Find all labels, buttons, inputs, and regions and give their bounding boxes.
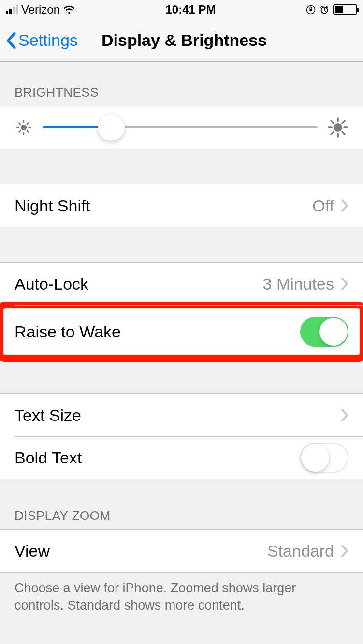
- svg-point-3: [21, 125, 27, 130]
- chevron-left-icon: [6, 32, 16, 49]
- svg-line-20: [342, 121, 345, 123]
- display-zoom-footer: Choose a view for iPhone. Zoomed shows l…: [0, 573, 363, 620]
- section-header-brightness: BRIGHTNESS: [0, 62, 363, 106]
- svg-rect-1: [310, 9, 312, 11]
- brightness-high-icon: [327, 117, 348, 138]
- group-text: Text Size Bold Text: [0, 393, 363, 479]
- section-header-display-zoom: DISPLAY ZOOM: [0, 479, 363, 529]
- svg-line-11: [27, 123, 29, 125]
- rotation-lock-icon: [306, 5, 316, 14]
- signal-strength-icon: [6, 5, 18, 14]
- wifi-icon: [63, 5, 75, 14]
- brightness-slider-thumb[interactable]: [98, 114, 125, 141]
- back-label: Settings: [18, 31, 78, 50]
- row-auto-lock[interactable]: Auto-Lock 3 Minutes: [0, 263, 363, 305]
- brightness-slider-row: [0, 106, 363, 149]
- carrier-label: Verizon: [21, 3, 60, 16]
- group-night-shift: Night Shift Off: [0, 184, 363, 227]
- status-right: [306, 4, 357, 15]
- bold-text-toggle[interactable]: [300, 443, 348, 473]
- brightness-slider[interactable]: [43, 126, 318, 128]
- alarm-icon: [319, 5, 329, 14]
- view-value: Standard: [267, 542, 334, 560]
- status-bar: Verizon 10:41 PM: [0, 0, 363, 19]
- nav-bar: Settings Display & Brightness: [0, 19, 363, 62]
- auto-lock-label: Auto-Lock: [15, 275, 263, 294]
- row-text-size[interactable]: Text Size: [0, 394, 363, 436]
- text-size-label: Text Size: [15, 406, 341, 425]
- bold-text-label: Bold Text: [15, 448, 300, 467]
- chevron-right-icon: [341, 408, 348, 422]
- back-button[interactable]: Settings: [6, 31, 78, 50]
- view-label: View: [15, 542, 267, 560]
- row-night-shift[interactable]: Night Shift Off: [0, 184, 363, 227]
- svg-line-9: [27, 131, 29, 132]
- group-brightness: [0, 106, 363, 149]
- svg-point-12: [334, 123, 342, 132]
- chevron-right-icon: [341, 277, 348, 291]
- group-display-zoom: View Standard: [0, 529, 363, 573]
- chevron-right-icon: [341, 544, 348, 558]
- raise-to-wake-toggle[interactable]: [300, 317, 348, 347]
- auto-lock-value: 3 Minutes: [263, 275, 334, 294]
- page-title: Display & Brightness: [102, 31, 267, 50]
- svg-line-10: [19, 131, 21, 132]
- row-view[interactable]: View Standard: [0, 530, 363, 572]
- toggle-knob: [319, 318, 348, 346]
- svg-line-17: [331, 121, 334, 123]
- toggle-knob: [301, 444, 329, 472]
- chevron-right-icon: [341, 199, 348, 212]
- row-bold-text[interactable]: Bold Text: [0, 436, 363, 479]
- svg-line-19: [331, 132, 334, 134]
- night-shift-value: Off: [312, 196, 334, 215]
- row-raise-to-wake[interactable]: Raise to Wake: [0, 305, 363, 358]
- svg-line-18: [342, 132, 345, 134]
- night-shift-label: Night Shift: [15, 196, 312, 215]
- status-time: 10:41 PM: [166, 3, 216, 16]
- svg-line-8: [19, 123, 21, 125]
- brightness-low-icon: [15, 118, 33, 137]
- raise-to-wake-label: Raise to Wake: [15, 322, 300, 341]
- status-left: Verizon: [6, 3, 75, 16]
- group-autolock: Auto-Lock 3 Minutes Raise to Wake: [0, 262, 363, 359]
- battery-icon: [333, 4, 357, 15]
